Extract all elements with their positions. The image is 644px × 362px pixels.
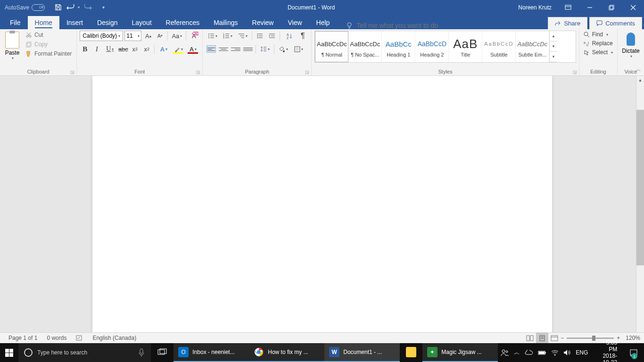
find-button[interactable]: Find▾	[582, 31, 614, 38]
highlight-icon[interactable]: ▾	[172, 44, 185, 54]
spellcheck-icon[interactable]	[71, 335, 88, 341]
tab-design[interactable]: Design	[90, 16, 125, 29]
redo-icon[interactable]	[82, 0, 95, 15]
clipboard-launcher-icon[interactable]: ◲	[70, 70, 74, 74]
tell-me-input[interactable]	[356, 22, 451, 29]
onedrive-icon[interactable]	[525, 350, 533, 355]
start-button[interactable]	[0, 343, 18, 362]
volume-icon[interactable]	[563, 349, 571, 356]
taskbar-app-chrome[interactable]: How to fix my ...	[249, 343, 324, 362]
input-language[interactable]: ENG	[576, 349, 588, 356]
tab-layout[interactable]: Layout	[125, 16, 159, 29]
collapse-ribbon-icon[interactable]: ︿	[636, 66, 641, 74]
tab-view[interactable]: View	[281, 16, 309, 29]
word-count[interactable]: 0 words	[42, 335, 71, 341]
tab-help[interactable]: Help	[309, 16, 337, 29]
tray-chevron-icon[interactable]: ︿	[514, 348, 520, 357]
style-no-spacing[interactable]: AaBbCcDc¶ No Spac...	[348, 31, 382, 62]
taskbar-app-jigsaw[interactable]: ✦Magic Jigsaw ...	[422, 343, 498, 362]
task-view-icon[interactable]	[151, 343, 173, 362]
replace-button[interactable]: abReplace	[582, 40, 614, 47]
italic-button[interactable]: I	[91, 44, 102, 54]
autosave-toggle[interactable]: AutoSave Off	[0, 4, 49, 11]
text-effects-icon[interactable]: A▾	[157, 44, 170, 54]
taskbar-app-word[interactable]: WDocument1 - ...	[324, 343, 400, 362]
taskbar-app-explorer[interactable]	[400, 343, 422, 362]
increase-indent-icon[interactable]	[266, 31, 278, 41]
ribbon-display-icon[interactable]	[557, 0, 579, 15]
tab-home[interactable]: Home	[28, 16, 59, 29]
scroll-thumb[interactable]	[636, 110, 644, 265]
align-center-button[interactable]	[218, 44, 229, 54]
change-case-icon[interactable]: Aa▾	[170, 31, 183, 41]
align-left-button[interactable]	[206, 44, 217, 54]
justify-button[interactable]	[242, 44, 254, 54]
paste-button[interactable]: Paste ▾	[3, 31, 22, 60]
style-title[interactable]: AaBTitle	[449, 31, 482, 62]
line-spacing-icon[interactable]: ▾	[258, 44, 272, 54]
grow-font-icon[interactable]: A▴	[143, 31, 153, 41]
style-subtitle[interactable]: AaBbCcDSubtitle	[482, 31, 516, 62]
decrease-indent-icon[interactable]	[254, 31, 265, 41]
user-name[interactable]: Noreen Krutz	[512, 4, 557, 11]
tab-insert[interactable]: Insert	[59, 16, 90, 29]
strikethrough-button[interactable]: abc	[118, 44, 128, 54]
comments-button[interactable]: Comments	[589, 17, 642, 29]
zoom-slider[interactable]	[567, 337, 614, 339]
numbering-icon[interactable]: 123▾	[221, 31, 235, 41]
font-size-combo[interactable]: 11▾	[124, 31, 141, 41]
select-button[interactable]: Select▾	[582, 49, 614, 56]
bullets-icon[interactable]: ▾	[206, 31, 220, 41]
superscript-button[interactable]: x2	[141, 44, 152, 54]
styles-scroll[interactable]: ▲▼▼	[549, 31, 557, 62]
font-launcher-icon[interactable]: ◲	[196, 70, 200, 74]
multilevel-list-icon[interactable]: ▾	[236, 31, 250, 41]
wifi-icon[interactable]	[551, 350, 559, 356]
styles-scroll-down-icon[interactable]: ▼	[550, 41, 557, 52]
minimize-icon[interactable]	[579, 0, 601, 15]
copy-button[interactable]: Copy	[24, 40, 74, 49]
font-color-icon[interactable]: A▾	[186, 44, 199, 54]
borders-icon[interactable]: ▾	[291, 44, 305, 54]
styles-expand-icon[interactable]: ▼	[550, 52, 557, 62]
paragraph-launcher-icon[interactable]: ◲	[305, 70, 309, 74]
show-marks-icon[interactable]: ¶	[297, 31, 308, 41]
underline-button[interactable]: U▾	[103, 44, 116, 54]
tell-me-search[interactable]	[346, 22, 451, 29]
font-name-combo[interactable]: Calibri (Body)▾	[80, 31, 123, 41]
close-icon[interactable]	[622, 0, 644, 15]
style-subtle-emphasis[interactable]: AaBbCcDcSubtle Em...	[516, 31, 549, 62]
battery-icon[interactable]	[538, 350, 546, 355]
align-right-button[interactable]	[230, 44, 241, 54]
dictate-button[interactable]: Dictate ▾	[620, 31, 641, 58]
language-indicator[interactable]: English (Canada)	[88, 335, 141, 341]
save-icon[interactable]	[51, 0, 65, 15]
tab-file[interactable]: File	[3, 16, 28, 29]
mic-icon[interactable]	[138, 348, 145, 357]
bold-button[interactable]: B	[80, 44, 90, 54]
people-icon[interactable]	[501, 349, 509, 356]
qat-customize-icon[interactable]: ▾	[97, 0, 110, 15]
clock[interactable]: 5:03 PM2018-10-22	[593, 339, 621, 362]
shrink-font-icon[interactable]: A▾	[155, 31, 165, 41]
tab-review[interactable]: Review	[245, 16, 281, 29]
vertical-scrollbar[interactable]: ▲	[636, 76, 644, 343]
undo-icon[interactable]: ▾	[66, 0, 80, 15]
page-indicator[interactable]: Page 1 of 1	[4, 335, 42, 341]
clear-formatting-icon[interactable]: A⌫	[189, 31, 199, 41]
subscript-button[interactable]: x2	[130, 44, 140, 54]
scroll-up-icon[interactable]: ▲	[636, 76, 644, 84]
shading-icon[interactable]: ▾	[276, 44, 290, 54]
style-normal[interactable]: AaBbCcDc¶ Normal	[315, 31, 348, 62]
styles-scroll-up-icon[interactable]: ▲	[550, 31, 557, 41]
tab-mailings[interactable]: Mailings	[206, 16, 245, 29]
document-page[interactable]	[92, 76, 552, 343]
maximize-icon[interactable]	[601, 0, 622, 15]
share-button[interactable]: Share	[548, 17, 587, 29]
sort-icon[interactable]: AZ	[282, 31, 296, 41]
style-heading-1[interactable]: AaBbCcHeading 1	[382, 31, 415, 62]
styles-launcher-icon[interactable]: ◲	[573, 70, 577, 74]
tab-references[interactable]: References	[159, 16, 207, 29]
cut-button[interactable]: Cut	[24, 31, 74, 39]
format-painter-button[interactable]: Format Painter	[24, 49, 74, 58]
